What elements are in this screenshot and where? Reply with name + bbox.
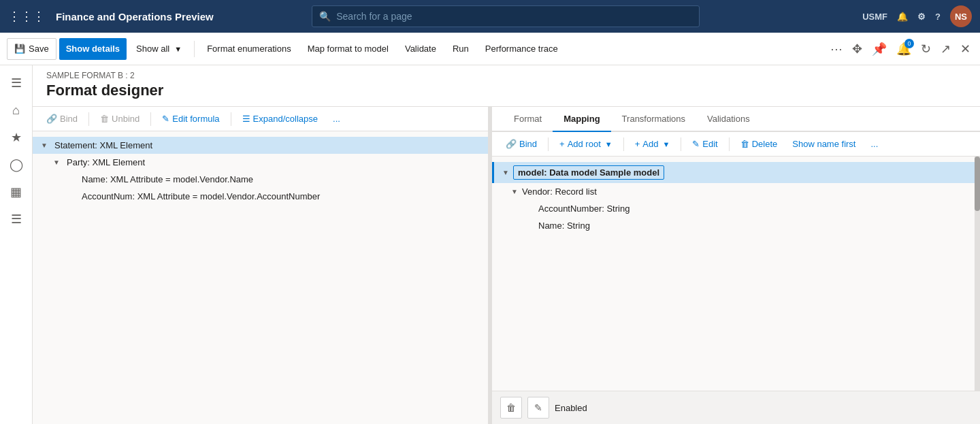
refresh-button[interactable]: ↻ (918, 39, 934, 59)
tree-label-name: Name: XML Attribute = model.Vendor.Name (82, 174, 253, 184)
right-bind-button[interactable]: 🔗 Bind (500, 136, 542, 152)
panel-sep-1 (88, 112, 89, 126)
more-options-button[interactable]: ⋯ (828, 39, 845, 59)
panel-sep-2 (150, 112, 151, 126)
arrow-vendor: ▼ (511, 188, 519, 195)
tree-label-party: Party: XML Element (67, 157, 145, 167)
bottom-edit-button[interactable]: ✎ (527, 397, 549, 419)
delete-button[interactable]: 🗑 Delete (735, 136, 783, 152)
search-input[interactable] (336, 11, 692, 22)
validate-button[interactable]: Validate (398, 38, 443, 60)
notification-icon[interactable]: 🔔 (897, 12, 908, 22)
format-enumerations-button[interactable]: Format enumerations (200, 38, 298, 60)
tree-item-statement[interactable]: ▼ Statement: XML Element (33, 137, 488, 154)
sidebar-list-button[interactable]: ☰ (4, 207, 29, 231)
app-title: Finance and Operations Preview (56, 11, 214, 22)
right-link-icon: 🔗 (506, 139, 517, 149)
show-all-button[interactable]: Show all ▼ (129, 38, 189, 60)
right-sep-4 (729, 137, 730, 151)
tree-item-accountnum[interactable]: ▼ AccountNum: XML Attribute = model.Vend… (33, 188, 488, 205)
avatar[interactable]: NS (950, 5, 972, 27)
breadcrumb: SAMPLE FORMAT B : 2 (46, 71, 966, 80)
unbind-icon: 🗑 (100, 114, 109, 124)
edit-formula-button[interactable]: ✎ Edit formula (157, 111, 225, 127)
right-tree-item-model[interactable]: ▼ model: Data model Sample model (492, 162, 975, 183)
show-details-button[interactable]: Show details (59, 38, 127, 60)
right-more-button[interactable]: ... (865, 136, 883, 152)
right-panel-tabs: Format Mapping Transformations Validatio… (492, 107, 980, 132)
split-container: 🔗 Bind 🗑 Unbind ✎ Edit formula (33, 107, 980, 424)
performance-trace-button[interactable]: Performance trace (478, 38, 565, 60)
add-button[interactable]: + Add ▼ (630, 136, 676, 152)
tab-mapping[interactable]: Mapping (553, 107, 610, 132)
edit-button[interactable]: ✎ Edit (687, 136, 723, 152)
right-tree-item-vendor[interactable]: ▼ Vendor: Record list (492, 183, 975, 200)
tab-validations[interactable]: Validations (696, 107, 761, 132)
tree-item-party[interactable]: ▼ Party: XML Element (33, 154, 488, 171)
sidebar-home-button[interactable]: ⌂ (4, 98, 29, 123)
right-tree-wrapper: ▼ model: Data model Sample model ▼ Vendo… (492, 157, 980, 391)
right-tree-label-model: model: Data model Sample model (513, 165, 664, 180)
close-button[interactable]: ✕ (958, 39, 973, 59)
unbind-button[interactable]: 🗑 Unbind (95, 111, 145, 127)
tree-label-statement: Statement: XML Element (54, 140, 152, 150)
add-root-dropdown-icon: ▼ (605, 140, 612, 148)
show-name-first-button[interactable]: Show name first (787, 136, 861, 152)
link-icon: 🔗 (46, 114, 57, 124)
right-panel-toolbar: 🔗 Bind + Add root ▼ + Add ▼ (492, 132, 980, 157)
save-icon: 💾 (14, 44, 25, 54)
expand-collapse-button[interactable]: ☰ Expand/collapse (237, 111, 323, 127)
sidebar: ☰ ⌂ ★ ◯ ▦ ☰ (0, 65, 33, 424)
pin-icon-button[interactable]: 📌 (869, 39, 889, 59)
settings-icon[interactable]: ⚙ (917, 12, 926, 22)
bottom-delete-button[interactable]: 🗑 (500, 397, 522, 419)
bottom-pencil-icon: ✎ (534, 402, 542, 413)
designer-icon-button[interactable]: ✥ (849, 39, 865, 59)
company-label: USMF (862, 12, 887, 22)
expand-icon: ☰ (242, 114, 250, 124)
page-header: SAMPLE FORMAT B : 2 Format designer (33, 65, 980, 107)
right-tree-label-name: Name: String (538, 221, 590, 231)
search-icon: 🔍 (319, 11, 331, 22)
add-root-button[interactable]: + Add root ▼ (554, 136, 618, 152)
grid-icon[interactable]: ⋮⋮⋮ (8, 9, 45, 24)
right-sep-3 (681, 137, 681, 151)
page-title: Format designer (46, 82, 966, 99)
tree-item-name[interactable]: ▼ Name: XML Attribute = model.Vendor.Nam… (33, 171, 488, 188)
right-scrollbar[interactable] (975, 157, 980, 391)
tab-transformations[interactable]: Transformations (611, 107, 696, 132)
bottom-trash-icon: 🗑 (506, 402, 516, 413)
add-root-icon: + (559, 139, 565, 149)
right-panel: Format Mapping Transformations Validatio… (492, 107, 980, 424)
bind-button[interactable]: 🔗 Bind (41, 111, 83, 127)
scrollbar-thumb[interactable] (975, 157, 980, 211)
search-bar[interactable]: 🔍 (312, 5, 700, 27)
sidebar-workspaces-button[interactable]: ▦ (4, 180, 29, 204)
main-toolbar: 💾 Save Show details Show all ▼ Format en… (0, 33, 980, 65)
save-button[interactable]: 💾 Save (7, 38, 56, 60)
detach-button[interactable]: ↗ (938, 39, 953, 59)
toolbar-separator (194, 41, 195, 57)
left-more-button[interactable]: ... (327, 111, 346, 127)
map-format-button[interactable]: Map format to model (301, 38, 395, 60)
sidebar-recent-button[interactable]: ◯ (4, 152, 29, 177)
edit-icon: ✎ (162, 114, 169, 124)
arrow-statement: ▼ (41, 142, 49, 149)
sidebar-menu-button[interactable]: ☰ (4, 71, 29, 95)
alerts-badge: 0 (904, 39, 914, 48)
add-dropdown-icon: ▼ (662, 140, 670, 148)
delete-icon: 🗑 (740, 139, 749, 149)
right-tree-item-accountnumber[interactable]: ▼ AccountNumber: String (492, 200, 975, 217)
help-icon[interactable]: ? (935, 12, 941, 22)
right-sep-1 (548, 137, 549, 151)
run-button[interactable]: Run (446, 38, 476, 60)
main-layout: ☰ ⌂ ★ ◯ ▦ ☰ SAMPLE FORMAT B : 2 Format d… (0, 65, 980, 424)
right-tree-item-name[interactable]: ▼ Name: String (492, 217, 975, 234)
edit-pencil-icon: ✎ (692, 139, 700, 149)
sidebar-favorites-button[interactable]: ★ (4, 125, 29, 150)
tab-format[interactable]: Format (503, 107, 553, 132)
enabled-label: Enabled (555, 403, 587, 413)
right-sep-2 (623, 137, 624, 151)
arrow-model: ▼ (502, 169, 510, 176)
left-panel-toolbar: 🔗 Bind 🗑 Unbind ✎ Edit formula (33, 107, 488, 131)
